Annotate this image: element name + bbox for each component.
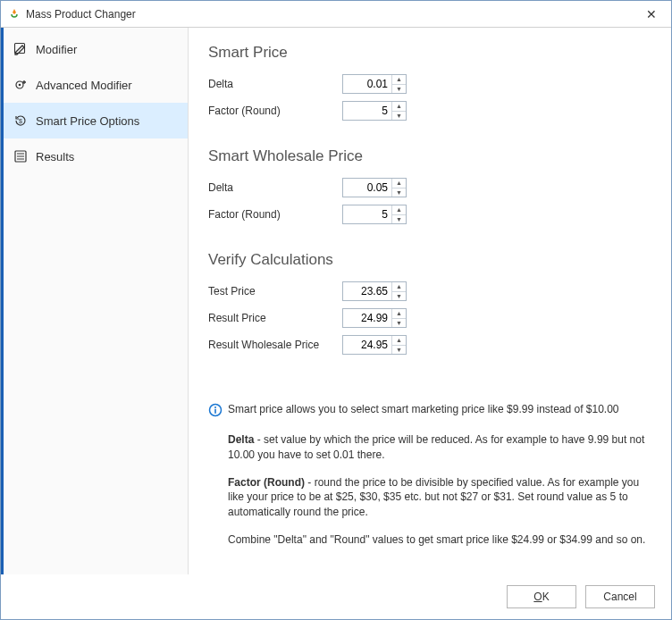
app-icon [8,8,21,21]
test-price-row: Test Price ▲▼ [208,281,651,301]
test-price-spinner[interactable]: ▲▼ [342,281,407,301]
spin-up[interactable]: ▲ [392,75,406,85]
wholesale-factor-row: Factor (Round) ▲▼ [208,205,651,224]
smart-price-factor-spinner[interactable]: ▲▼ [342,101,407,121]
result-price-input[interactable] [343,309,391,327]
sidebar-item-results[interactable]: Results [4,138,188,174]
wholesale-factor-spinner[interactable]: ▲▼ [342,205,407,224]
smart-price-delta-spinner[interactable]: ▲▼ [342,74,407,94]
help-intro-text: Smart price allows you to select smart m… [228,403,619,415]
smart-wholesale-section: Smart Wholesale Price Delta ▲▼ Factor (R… [208,147,651,231]
smart-price-delta-input[interactable] [343,75,391,93]
cancel-button[interactable]: Cancel [585,585,655,608]
spin-down[interactable]: ▼ [392,215,406,224]
spin-down[interactable]: ▼ [392,85,406,94]
spin-down[interactable]: ▼ [392,189,406,197]
help-block: Smart price allows you to select smart m… [208,403,651,548]
sidebar-item-label: Smart Price Options [36,114,139,128]
wholesale-delta-spinner[interactable]: ▲▼ [342,178,407,197]
smart-price-section: Smart Price Delta ▲▼ Factor (Round) ▲▼ [208,44,651,128]
footer: OK Cancel [1,574,671,619]
svg-point-9 [214,406,216,408]
field-label: Factor (Round) [208,105,342,117]
spin-up[interactable]: ▲ [392,309,406,319]
smart-price-factor-input[interactable] [343,102,391,120]
help-factor-para: Factor (Round) - round the price to be d… [228,475,651,520]
result-price-spinner[interactable]: ▲▼ [342,308,407,328]
result-price-row: Result Price ▲▼ [208,308,651,328]
result-wholesale-row: Result Wholesale Price ▲▼ [208,335,651,355]
help-delta-bold: Delta [228,433,254,446]
spin-up[interactable]: ▲ [392,282,406,292]
svg-text:$: $ [19,118,22,124]
wholesale-delta-row: Delta ▲▼ [208,178,651,197]
sidebar-item-smart-price-options[interactable]: $ Smart Price Options [4,103,188,138]
sidebar-item-label: Results [36,150,74,163]
spin-up[interactable]: ▲ [392,102,406,112]
section-title: Verify Calculations [208,251,651,269]
info-icon [208,403,223,420]
spin-down[interactable]: ▼ [392,319,406,328]
sidebar: Modifier Advanced Modifier $ Smart Price… [1,28,189,574]
field-label: Result Wholesale Price [208,339,342,351]
field-label: Result Price [208,312,342,324]
spin-down[interactable]: ▼ [392,112,406,121]
pencil-icon [13,41,29,57]
main-panel: Smart Price Delta ▲▼ Factor (Round) ▲▼ [189,28,671,574]
test-price-input[interactable] [343,282,391,300]
sidebar-item-modifier[interactable]: Modifier [4,31,188,67]
result-wholesale-input[interactable] [343,336,391,354]
spin-up[interactable]: ▲ [392,205,406,215]
close-button[interactable]: ✕ [639,5,664,23]
list-icon [13,148,29,164]
spin-down[interactable]: ▼ [392,346,406,355]
section-title: Smart Wholesale Price [208,147,651,165]
gear-plus-icon [13,77,29,93]
wholesale-factor-input[interactable] [343,205,391,223]
sidebar-item-label: Advanced Modifier [36,79,132,92]
section-title: Smart Price [208,44,651,62]
field-label: Test Price [208,285,342,297]
help-delta-text: - set value by which the price will be r… [228,433,644,461]
help-factor-bold: Factor (Round) [228,476,305,489]
field-label: Factor (Round) [208,208,342,221]
result-wholesale-spinner[interactable]: ▲▼ [342,335,407,355]
help-delta-para: Delta - set value by which the price wil… [228,432,651,463]
spin-down[interactable]: ▼ [392,292,406,301]
wholesale-delta-input[interactable] [343,179,391,197]
help-combine-para: Combine "Delta" and "Round" values to ge… [228,532,651,548]
svg-point-2 [19,84,21,87]
ok-button[interactable]: OK [507,585,576,608]
sidebar-item-label: Modifier [36,43,77,56]
spin-up[interactable]: ▲ [392,336,406,346]
content-area: Modifier Advanced Modifier $ Smart Price… [1,28,671,574]
spin-up[interactable]: ▲ [392,179,406,189]
sidebar-item-advanced-modifier[interactable]: Advanced Modifier [4,67,188,103]
titlebar: Mass Product Changer ✕ [1,1,671,28]
smart-price-delta-row: Delta ▲▼ [208,74,651,94]
verify-section: Verify Calculations Test Price ▲▼ Result… [208,251,651,362]
dialog-window: Mass Product Changer ✕ Modifier Advanced… [0,0,672,620]
rotate-dollar-icon: $ [13,113,29,129]
window-title: Mass Product Changer [26,8,136,21]
smart-price-factor-row: Factor (Round) ▲▼ [208,101,651,121]
field-label: Delta [208,181,342,194]
field-label: Delta [208,78,342,90]
svg-rect-10 [214,409,216,414]
